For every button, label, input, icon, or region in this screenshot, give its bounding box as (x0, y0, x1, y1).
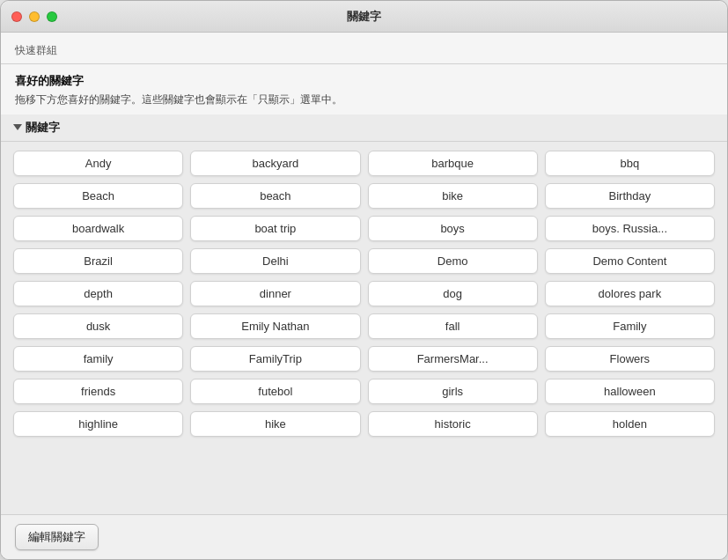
keyword-tag[interactable]: girls (368, 379, 538, 404)
keyword-tag[interactable]: highline (13, 411, 183, 437)
window-title: 關鍵字 (347, 9, 381, 25)
keyword-tag[interactable]: Emily Nathan (190, 313, 360, 339)
keyword-tag[interactable]: friends (13, 379, 183, 404)
quick-group-label: 快速群組 (15, 44, 57, 56)
keyword-tag[interactable]: bike (368, 183, 538, 209)
keyword-tag[interactable]: historic (368, 411, 538, 437)
keyword-tag[interactable]: Brazil (13, 248, 183, 274)
edit-keywords-button[interactable]: 編輯關鍵字 (15, 524, 99, 550)
keyword-tag[interactable]: Flowers (545, 346, 715, 372)
keyword-tag[interactable]: barbque (368, 151, 538, 176)
window: 關鍵字 快速群組 喜好的關鍵字 拖移下方您喜好的關鍵字。這些關鍵字也會顯示在「只… (0, 0, 728, 560)
keyword-tag[interactable]: halloween (545, 379, 715, 404)
keywords-section: 關鍵字 AndybackyardbarbquebbqBeachbeachbike… (1, 114, 727, 514)
favorites-title: 喜好的關鍵字 (15, 73, 713, 89)
keyword-tag[interactable]: family (13, 346, 183, 372)
keyword-tag[interactable]: Family (545, 313, 715, 339)
keywords-grid: AndybackyardbarbquebbqBeachbeachbikeBirt… (1, 142, 727, 514)
keyword-tag[interactable]: dinner (190, 281, 360, 306)
keyword-tag[interactable]: futebol (190, 379, 360, 404)
favorites-section: 喜好的關鍵字 拖移下方您喜好的關鍵字。這些關鍵字也會顯示在「只顯示」選單中。 (1, 64, 727, 114)
minimize-button[interactable] (29, 11, 40, 22)
keyword-tag[interactable]: Andy (13, 151, 183, 176)
keyword-tag[interactable]: Birthday (545, 183, 715, 209)
keyword-tag[interactable]: fall (368, 313, 538, 339)
keyword-tag[interactable]: dolores park (545, 281, 715, 306)
keyword-tag[interactable]: Demo (368, 248, 538, 274)
keyword-tag[interactable]: backyard (190, 151, 360, 176)
close-button[interactable] (11, 11, 22, 22)
quick-group-section: 快速群組 (1, 33, 727, 64)
keyword-tag[interactable]: dog (368, 281, 538, 306)
content-area: 快速群組 喜好的關鍵字 拖移下方您喜好的關鍵字。這些關鍵字也會顯示在「只顯示」選… (1, 33, 727, 514)
favorites-description: 拖移下方您喜好的關鍵字。這些關鍵字也會顯示在「只顯示」選單中。 (15, 92, 713, 107)
keyword-tag[interactable]: FarmersMar... (368, 346, 538, 372)
title-bar: 關鍵字 (1, 1, 727, 33)
keyword-tag[interactable]: boys. Russia... (545, 216, 715, 241)
maximize-button[interactable] (47, 11, 57, 22)
keyword-tag[interactable]: FamilyTrip (190, 346, 360, 372)
keyword-tag[interactable]: boys (368, 216, 538, 241)
keyword-tag[interactable]: hike (190, 411, 360, 437)
keyword-tag[interactable]: boat trip (190, 216, 360, 241)
keyword-tag[interactable]: holden (545, 411, 715, 437)
keyword-tag[interactable]: Beach (13, 183, 183, 209)
collapse-icon[interactable] (13, 124, 22, 130)
keyword-tag[interactable]: beach (190, 183, 360, 209)
keyword-tag[interactable]: dusk (13, 313, 183, 339)
keyword-tag[interactable]: Demo Content (545, 248, 715, 274)
keywords-header: 關鍵字 (1, 114, 727, 142)
keyword-tag[interactable]: Delhi (190, 248, 360, 274)
footer: 編輯關鍵字 (1, 514, 727, 559)
keyword-tag[interactable]: boardwalk (13, 216, 183, 241)
traffic-lights (11, 11, 57, 22)
keywords-header-label: 關鍵字 (26, 120, 60, 136)
keyword-tag[interactable]: depth (13, 281, 183, 306)
keyword-tag[interactable]: bbq (545, 151, 715, 176)
